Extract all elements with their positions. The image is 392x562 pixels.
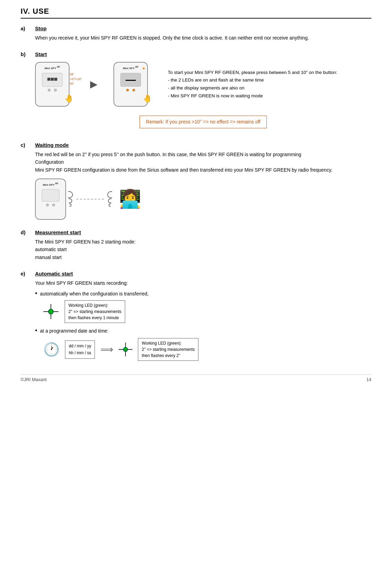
footer-page: 14 <box>367 377 371 382</box>
wave-medium <box>69 198 72 203</box>
led-green-circle-2 <box>123 347 128 352</box>
hand-press-icon: 🤚 <box>64 93 74 105</box>
start-desc-line2: - the 2 LEDs are on and flash at the sam… <box>168 76 337 84</box>
section-a-letter: a) <box>21 25 31 31</box>
led-label2-l3: then flashes every 2'' <box>142 353 195 359</box>
section-c-line2: Configuration <box>35 158 371 166</box>
bullet-1-dot: • <box>35 290 37 296</box>
radio-waves-group <box>68 191 73 207</box>
arrow-right-icon: ▶ <box>90 77 98 92</box>
section-b: b) Start Mini SPY RF ⬛⬛⬛ 58' <box>21 51 371 132</box>
wave-small <box>69 204 72 207</box>
led-label-box-1: Working LED (green): 2'' => starting mea… <box>65 300 125 323</box>
start-illustration: Mini SPY RF ⬛⬛⬛ 58' >5''/<10'' 50' <box>35 62 371 107</box>
section-c-title: Waiting mode <box>35 142 69 148</box>
led-green-circle <box>48 309 54 314</box>
led-cross-1 <box>43 304 58 319</box>
clock-icon: 🕐 <box>43 339 59 360</box>
section-a-content: When you receive it, your Mini SPY RF GR… <box>35 34 371 42</box>
start-description: To start your Mini SPY RF GREEN, please … <box>168 69 337 100</box>
section-b-letter: b) <box>21 51 31 57</box>
dashed-connection-line <box>76 199 104 199</box>
section-d-line2: automatic start <box>35 246 371 253</box>
section-d-title: Measurement start <box>35 229 81 235</box>
date-line2: hh / mm / ss <box>69 349 91 356</box>
device-after: Mini SPY RF ▬▬▬ ✦ 🤚 <box>113 62 148 107</box>
footer-copyright: ©JRI Maxant <box>21 377 46 382</box>
device-screen-after: ▬▬▬ <box>120 73 141 87</box>
wave-large <box>68 191 73 198</box>
section-b-title: Start <box>35 51 47 57</box>
device-wifi: Mini SPY RF <box>35 179 73 220</box>
device-leds-after <box>126 89 135 91</box>
page-footer: ©JRI Maxant 14 <box>21 375 371 382</box>
section-a: a) Stop When you receive it, your Mini S… <box>21 25 371 42</box>
start-desc-line3: - all the display segments are also on <box>168 84 337 92</box>
led-w1 <box>46 204 49 206</box>
section-d-line1: The Mini SPY RF GREEN has 2 starting mod… <box>35 238 371 246</box>
section-e-letter: e) <box>21 271 31 277</box>
section-e-intro: Your Mini SPY RF GREEN starts recording: <box>35 279 371 287</box>
section-d: d) Measurement start The Mini SPY RF GRE… <box>21 229 371 261</box>
start-desc-line4: - Mini SPY RF GREEN is now in waiting mo… <box>168 92 337 100</box>
date-line1: dd / mm / yy <box>69 343 91 349</box>
bullet-2-dot: • <box>35 327 37 334</box>
bullet-2-item: • at a programmed date and time: <box>35 327 371 335</box>
device-leds-waiting <box>46 204 55 206</box>
bullet-1-text: automatically when the configuration is … <box>40 290 149 298</box>
led-diagram-1: Working LED (green): 2'' => starting mea… <box>43 300 371 323</box>
section-e: e) Automatic start Your Mini SPY RF GREE… <box>21 271 371 361</box>
led-label1-l3: then flashes every 1 minute <box>68 315 121 321</box>
remark-container: Remark: If you press >10’’ => no effect … <box>35 111 371 132</box>
led-label1-l2: 2'' => starting measurements <box>68 309 121 315</box>
waiting-illustration: Mini SPY RF <box>35 179 371 220</box>
led-orange-1 <box>126 89 129 91</box>
led-1 <box>48 89 51 91</box>
section-e-title: Automatic start <box>35 271 73 277</box>
device-before: Mini SPY RF ⬛⬛⬛ 58' >5''/<10'' 50' <box>35 62 69 107</box>
led-label2-l2: 2'' => starting measurements <box>142 346 195 353</box>
led-label-box-2: Working LED (green): 2'' => starting mea… <box>138 338 198 361</box>
section-c-line1: The red led will be on 2’’ if you press … <box>35 151 371 158</box>
double-arrow-icon: ⟹ <box>100 343 113 357</box>
page-header: IV. USE <box>21 7 371 19</box>
remark-text: Remark: If you press >10’’ => no effect … <box>146 119 261 125</box>
wave-back-medium <box>108 198 111 203</box>
time-label-3: 50' <box>70 82 82 86</box>
device-leds <box>48 89 57 91</box>
device-waiting: Mini SPY RF <box>35 179 66 220</box>
wave-back-large <box>107 191 112 198</box>
section-c-letter: c) <box>21 142 31 148</box>
page-title: IV. USE <box>21 7 371 16</box>
led-w2 <box>52 204 55 206</box>
section-c-line3: Mini SPY RF GREEN configuration is done … <box>35 166 371 174</box>
programmed-date-row: 🕐 dd / mm / yy hh / mm / ss ⟹ Working LE… <box>43 338 371 361</box>
radio-waves-back <box>107 191 112 207</box>
led-label2-l1: Working LED (green): <box>142 340 195 346</box>
led-label1-l1: Working LED (green): <box>68 302 121 309</box>
section-c: c) Waiting mode The red led will be on 2… <box>21 142 371 220</box>
device-screen: ⬛⬛⬛ <box>42 73 63 87</box>
computer-person-icon: 👩‍💻 <box>119 185 141 213</box>
remark-box: Remark: If you press >10’’ => no effect … <box>140 116 267 128</box>
section-d-letter: d) <box>21 229 31 235</box>
time-label-1: 58' <box>70 72 82 77</box>
led-cross-2 <box>119 343 132 356</box>
bullet-1-item: • automatically when the configuration i… <box>35 290 371 298</box>
hand-press-after-icon: 🤚 <box>143 93 152 105</box>
flash-indicator: ✦ <box>142 65 146 72</box>
section-a-title: Stop <box>35 25 46 31</box>
device-screen-waiting <box>42 189 59 202</box>
start-desc-line1: To start your Mini SPY RF GREEN, please … <box>168 69 337 77</box>
section-d-line3: manual start <box>35 253 371 261</box>
date-box: dd / mm / yy hh / mm / ss <box>65 341 95 359</box>
wave-back-small <box>109 204 111 207</box>
led-2 <box>54 89 57 91</box>
bullet-2-text: at a programmed date and time: <box>40 327 108 335</box>
time-label-2: >5''/<10'' <box>70 77 82 82</box>
led-orange-2 <box>132 89 135 91</box>
